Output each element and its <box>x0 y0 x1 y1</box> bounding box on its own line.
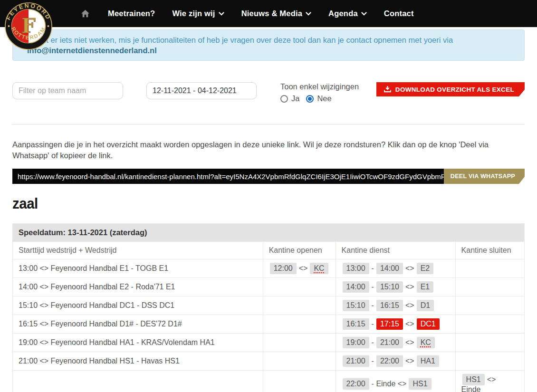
team-badge[interactable]: KC <box>310 263 328 274</box>
team-badge[interactable]: HA1 <box>417 355 439 367</box>
banner-text: Mocht er iets niet werken, mis je functi… <box>27 36 453 44</box>
kantine-sluiten-cell <box>455 352 524 371</box>
separator-text: <> <box>405 338 414 346</box>
column-header-0: Starttijd wedstrijd + Wedstrijd <box>13 242 263 259</box>
time-badge[interactable]: 19:00 <box>343 337 369 348</box>
nav-item-contact[interactable]: Contact <box>384 9 414 18</box>
download-excel-button[interactable]: DOWNLOAD OVERZICHT ALS EXCEL <box>376 82 525 96</box>
radio-ja-label: Ja <box>291 94 299 103</box>
kantine-openen-cell <box>263 334 336 352</box>
team-badge[interactable]: HS1 <box>409 378 431 390</box>
radio-nee-label: Nee <box>317 94 331 103</box>
team-filter-input[interactable] <box>12 82 123 99</box>
match-cell: 21:00 <> Feyenoord Handbal HS1 - Havas H… <box>13 352 263 371</box>
table-row: 19:00 <> Feyenoord Handbal HA1 - KRAS/Vo… <box>13 334 525 352</box>
nav-item-nieuws-media[interactable]: Nieuws & Media <box>241 9 311 18</box>
separator-text: <> <box>405 320 414 328</box>
team-badge[interactable]: KC <box>417 337 435 348</box>
match-date-header: Speeldatum: 13-11-2021 (zaterdag) <box>13 224 525 242</box>
column-header-2: Kantine dienst <box>336 242 455 259</box>
team-badge[interactable]: D1 <box>417 300 434 311</box>
changes-toggle-block: Toon enkel wijzigingen Ja Nee <box>280 82 359 103</box>
download-icon <box>384 86 391 93</box>
kantine-sluiten-cell <box>455 334 524 352</box>
time-badge[interactable]: 14:00 <box>376 263 403 274</box>
time-badge[interactable]: 14:00 <box>343 281 369 293</box>
chevron-down-icon <box>219 12 224 16</box>
nav-item-meetrainen[interactable]: Meetrainen? <box>108 9 155 18</box>
team-badge[interactable]: E2 <box>417 263 434 274</box>
separator-text: - <box>372 264 374 272</box>
nav-item-wie-zijn-wij[interactable]: Wie zijn wij <box>172 9 224 18</box>
share-whatsapp-label: DEEL VIA WHATSAPP <box>451 173 515 180</box>
nav-item-agenda[interactable]: Agenda <box>328 9 367 18</box>
team-badge[interactable]: E1 <box>417 281 434 293</box>
time-badge[interactable]: 16:15 <box>376 300 403 311</box>
match-cell: 15:10 <> Feyenoord Handbal DC1 - DSS DC1 <box>13 296 263 315</box>
chevron-down-icon <box>361 12 367 16</box>
kantine-openen-cell <box>263 296 336 315</box>
date-range-input[interactable] <box>146 82 257 99</box>
kantine-dienst-cell: 22:00- Einde <>HS1 <box>336 371 455 392</box>
column-header-1: Kantine openen <box>263 242 336 259</box>
match-cell: 13:00 <> Feyenoord Handbal E1 - TOGB E1 <box>13 259 263 278</box>
button-fold-decoration <box>518 88 527 98</box>
kantine-openen-cell <box>263 278 336 296</box>
kantine-openen-cell <box>263 352 336 371</box>
match-cell: 16:15 <> Feyenoord Handbal D1# - DES'72 … <box>13 315 263 334</box>
match-cell: 14:00 <> Feyenoord Handbal E2 - Roda'71 … <box>13 278 263 296</box>
section-divider <box>12 124 525 124</box>
separator-text: - <box>372 283 374 291</box>
time-badge[interactable]: 17:15 <box>376 318 403 330</box>
time-badge[interactable]: 21:00 <box>376 337 403 348</box>
home-icon <box>81 10 90 18</box>
kantine-openen-cell: 12:00<>KC <box>263 259 336 278</box>
separator-text: <> <box>405 357 414 365</box>
time-badge[interactable]: 13:00 <box>343 263 369 274</box>
radio-nee-circle[interactable] <box>306 95 314 103</box>
info-banner: Mocht er iets niet werken, mis je functi… <box>12 29 525 61</box>
filter-toolbar: Toon enkel wijzigingen Ja Nee DOWNLOAD O… <box>12 82 525 103</box>
time-badge[interactable]: 22:00 <box>343 378 369 390</box>
table-row: 15:10 <> Feyenoord Handbal DC1 - DSS DC1… <box>13 296 525 315</box>
team-badge[interactable]: DC1 <box>417 318 440 330</box>
kantine-sluiten-cell <box>455 296 524 315</box>
separator-text: <> <box>299 264 308 272</box>
time-badge[interactable]: 12:00 <box>270 263 297 274</box>
kantine-openen-cell <box>263 371 336 392</box>
column-header-3: Kantine sluiten <box>455 242 524 259</box>
separator-text: - <box>372 357 374 365</box>
kantine-sluiten-cell: HS1<> Einde <box>455 371 524 392</box>
separator-text: - Einde <> <box>372 380 407 388</box>
time-badge[interactable]: 15:10 <box>343 300 369 311</box>
share-instructions: Aanpassingen die je in het overzicht maa… <box>12 139 516 161</box>
button-fold-decoration <box>518 175 527 186</box>
table-row: 14:00 <> Feyenoord Handbal E2 - Roda'71 … <box>13 278 525 296</box>
table-row: 22:00- Einde <>HS1HS1<> Einde <box>13 371 525 392</box>
kantine-dienst-cell: 16:15-17:15<>DC1 <box>336 315 455 334</box>
nav-home-link[interactable] <box>81 10 90 18</box>
kantine-sluiten-cell <box>455 259 524 278</box>
kantine-openen-cell <box>263 315 336 334</box>
table-row: 16:15 <> Feyenoord Handbal D1# - DES'72 … <box>13 315 525 334</box>
table-row: 13:00 <> Feyenoord Handbal E1 - TOGB E11… <box>13 259 525 278</box>
logo-letter: F <box>21 14 36 38</box>
time-badge[interactable]: 22:00 <box>376 355 403 367</box>
radio-ja-circle[interactable] <box>280 95 288 103</box>
time-badge[interactable]: 15:10 <box>376 281 403 293</box>
team-badge[interactable]: HS1 <box>462 374 485 385</box>
radio-nee[interactable]: Nee <box>306 94 331 103</box>
time-badge[interactable]: 16:15 <box>343 318 369 330</box>
share-whatsapp-button[interactable]: DEEL VIA WHATSAPP <box>444 169 525 184</box>
top-nav: Meetrainen?Wie zijn wijNieuws & MediaAge… <box>0 0 537 27</box>
feyenoord-logo[interactable]: FEYENOORD ROTTERDAM F <box>5 2 52 50</box>
changes-toggle-label: Toon enkel wijzigingen <box>280 82 359 91</box>
share-url-input[interactable]: https://www.feyenoord-handbal.nl/kantine… <box>12 169 444 184</box>
radio-ja[interactable]: Ja <box>280 94 299 103</box>
time-badge[interactable]: 21:00 <box>343 355 369 367</box>
share-url-row: https://www.feyenoord-handbal.nl/kantine… <box>12 169 525 184</box>
schedule-table: Speeldatum: 13-11-2021 (zaterdag) Startt… <box>12 223 525 392</box>
table-row: 21:00 <> Feyenoord Handbal HS1 - Havas H… <box>13 352 525 371</box>
kantine-sluiten-cell <box>455 278 524 296</box>
separator-text: - <box>372 301 374 309</box>
